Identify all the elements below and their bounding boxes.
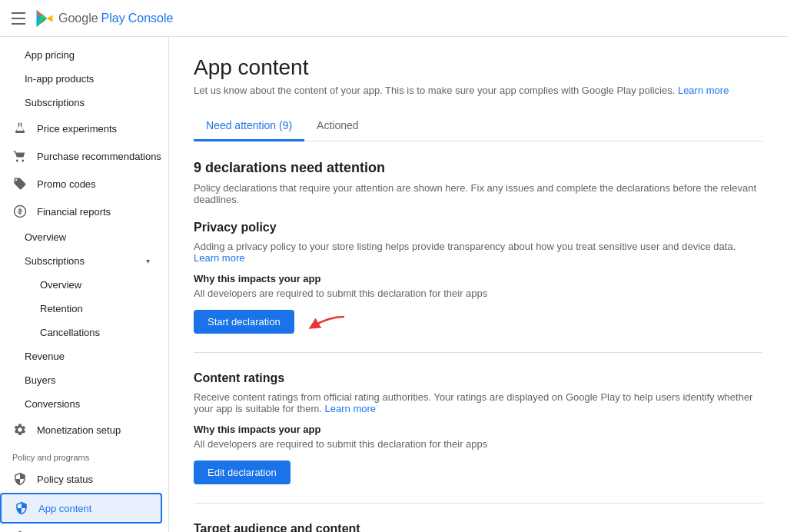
shield-icon <box>12 471 28 487</box>
sidebar-label: Purchase recommendations <box>37 151 161 162</box>
sidebar-item-monetization-setup[interactable]: Monetization setup <box>0 416 162 444</box>
play-store-icon <box>34 8 55 29</box>
edit-declaration-btn[interactable]: Edit declaration <box>194 461 291 484</box>
learn-more-link-top[interactable]: Learn more <box>678 85 729 96</box>
sidebar-item-buyers[interactable]: Buyers <box>0 368 162 392</box>
sidebar-label: Policy status <box>37 474 93 485</box>
sidebar-item-app-pricing[interactable]: App pricing <box>0 43 162 67</box>
policy-section-label: Policy and programs <box>0 444 168 465</box>
privacy-why-text: All developers are required to submit th… <box>194 288 762 299</box>
sidebar-label: Buyers <box>25 374 55 386</box>
sidebar-label: Financial reports <box>37 206 111 218</box>
sidebar-item-in-app-products[interactable]: In-app products <box>0 67 162 91</box>
start-declaration-btn[interactable]: Start declaration <box>194 310 294 334</box>
sidebar-label: Monetization setup <box>37 424 121 436</box>
declarations-heading: 9 declarations need attention <box>194 160 762 176</box>
content-ratings-learn-more[interactable]: Learn more <box>325 403 376 414</box>
sidebar-item-overview-sub[interactable]: Overview <box>0 273 162 297</box>
privacy-policy-desc: Adding a privacy policy to your store li… <box>194 241 762 264</box>
sidebar-item-revenue[interactable]: Revenue <box>0 344 162 368</box>
page-subtitle: Let us know about the content of your ap… <box>194 85 762 96</box>
sidebar-item-overview[interactable]: Overview <box>0 225 162 249</box>
content-ratings-why-text: All developers are required to submit th… <box>194 438 762 450</box>
topbar-google-text: Google <box>58 12 98 25</box>
main-content: App content Let us know about the conten… <box>169 37 787 532</box>
cart-icon <box>12 148 28 164</box>
sidebar-label: Revenue <box>25 351 65 362</box>
target-audience-title: Target audience and content <box>194 522 762 532</box>
topbar-console-text: Console <box>128 12 174 25</box>
sidebar-item-promo-codes[interactable]: Promo codes <box>0 170 162 198</box>
tag-icon <box>12 176 28 191</box>
logo: Google Play Console <box>34 8 173 29</box>
topbar-play-text: Play <box>101 12 125 25</box>
tab-actioned[interactable]: Actioned <box>304 111 370 141</box>
declarations-desc: Policy declarations that require your at… <box>194 182 762 205</box>
sidebar-item-purchase-recommendations[interactable]: Purchase recommendations <box>0 142 162 170</box>
sidebar-label: Overview <box>40 279 81 291</box>
privacy-policy-title: Privacy policy <box>194 221 762 234</box>
privacy-policy-section: Privacy policy Adding a privacy policy t… <box>194 221 762 353</box>
sidebar-item-financial-reports[interactable]: Financial reports <box>0 198 162 225</box>
sidebar-label: Cancellations <box>40 327 100 338</box>
dollar-icon <box>12 204 28 219</box>
content-ratings-desc: Receive content ratings from official ra… <box>194 391 762 414</box>
sidebar-label: Retention <box>40 303 83 314</box>
topbar: Google Play Console <box>0 0 787 37</box>
sidebar: App pricing In-app products Subscription… <box>0 37 169 532</box>
sidebar-item-app-content[interactable]: App content <box>0 493 162 524</box>
shield-active-icon <box>14 500 29 516</box>
tabs: Need attention (9) Actioned <box>194 111 762 141</box>
target-audience-section: Target audience and content You must let… <box>194 522 762 532</box>
sidebar-label: In-app products <box>25 73 94 85</box>
sidebar-label: App content <box>38 503 91 514</box>
content-ratings-title: Content ratings <box>194 371 762 385</box>
menu-icon[interactable] <box>9 9 28 28</box>
sidebar-label: Subscriptions <box>25 97 85 108</box>
layout: App pricing In-app products Subscription… <box>0 37 787 532</box>
sidebar-item-price-experiments[interactable]: Price experiments <box>0 115 162 142</box>
privacy-why-label: Why this impacts your app <box>194 273 762 284</box>
gear-icon <box>12 422 28 437</box>
start-declaration-wrapper: Start declaration <box>194 310 294 334</box>
sidebar-item-cancellations[interactable]: Cancellations <box>0 321 162 344</box>
chevron-down-icon: ▾ <box>146 257 150 265</box>
arrow-annotation <box>306 311 352 334</box>
sidebar-item-retention[interactable]: Retention <box>0 297 162 321</box>
sidebar-label: Subscriptions <box>25 255 85 267</box>
sidebar-label: Promo codes <box>37 178 96 190</box>
sidebar-item-teacher-approved[interactable]: Teacher Approved <box>0 524 162 532</box>
sidebar-item-subscriptions-expanded[interactable]: Subscriptions ▾ <box>0 249 162 273</box>
sidebar-label: App pricing <box>25 49 75 61</box>
tab-need-attention[interactable]: Need attention (9) <box>194 111 304 141</box>
content-ratings-why-label: Why this impacts your app <box>194 424 762 435</box>
sidebar-label: Conversions <box>25 398 80 410</box>
sidebar-item-policy-status[interactable]: Policy status <box>0 465 162 493</box>
flask-icon <box>12 121 28 136</box>
sidebar-label: Overview <box>25 231 66 243</box>
privacy-policy-learn-more[interactable]: Learn more <box>194 252 244 264</box>
sidebar-item-subscriptions-top[interactable]: Subscriptions <box>0 91 162 115</box>
sidebar-label: Price experiments <box>37 123 117 135</box>
page-title: App content <box>194 55 762 80</box>
content-ratings-section: Content ratings Receive content ratings … <box>194 371 762 504</box>
sidebar-item-conversions[interactable]: Conversions <box>0 392 162 416</box>
